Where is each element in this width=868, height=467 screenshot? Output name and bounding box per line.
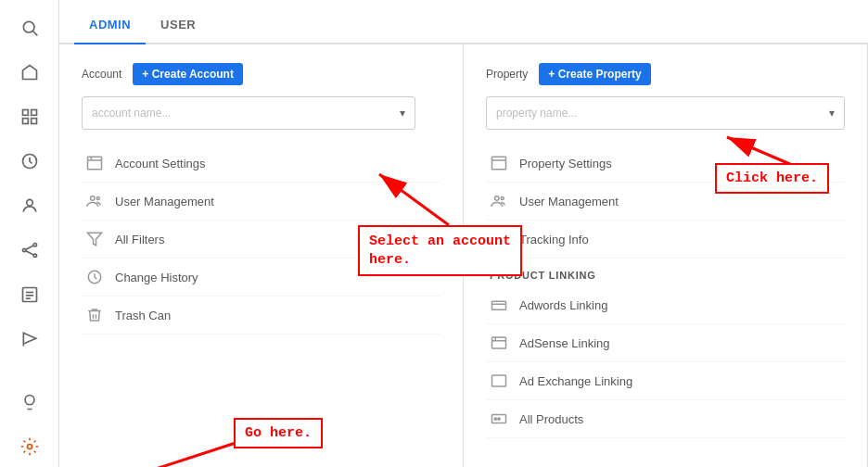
property-settings-label: Property Settings [519,157,612,170]
svg-point-9 [33,244,36,246]
trash-icon [85,306,104,324]
adwords-linking-item[interactable]: Adwords Linking [486,286,845,324]
svg-point-7 [26,199,32,206]
account-panel: Account + Create Account account name...… [59,44,464,467]
property-panel: Property + Create Property property name… [464,44,868,467]
user-management-right-icon [490,192,508,210]
adexchange-icon [490,372,508,390]
svg-point-22 [96,197,99,200]
trash-can-item[interactable]: Trash Can [82,297,440,334]
tabs-bar: ADMIN USER [59,0,868,44]
svg-rect-5 [31,119,36,124]
property-dropdown[interactable]: property name... ▾ [486,96,845,130]
svg-rect-34 [492,375,506,386]
svg-line-11 [25,246,32,249]
svg-point-37 [498,418,500,420]
flag-icon[interactable] [9,319,50,360]
svg-rect-25 [492,157,506,170]
svg-point-8 [22,248,25,251]
svg-point-36 [494,418,496,420]
change-history-item[interactable]: Change History [82,259,440,297]
adsense-icon [490,334,508,352]
sidebar [0,0,59,467]
account-settings-item[interactable]: Account Settings [82,145,440,183]
property-settings-item[interactable]: Property Settings [486,145,845,183]
svg-point-21 [91,196,96,201]
account-panel-title: Account [82,68,121,81]
report-icon[interactable] [9,274,50,315]
product-linking-header: PRODUCT LINKING [486,259,845,286]
svg-marker-23 [88,233,102,246]
js-icon: .js [490,230,508,248]
tab-admin[interactable]: ADMIN [74,6,146,44]
trash-can-label: Trash Can [115,309,171,322]
svg-rect-29 [492,301,506,309]
filter-icon [85,230,104,248]
account-settings-icon [85,154,104,172]
all-products-icon [490,410,508,428]
search-icon[interactable] [9,7,50,48]
user-management-left-icon [85,192,104,210]
adsense-linking-label: AdSense Linking [519,336,610,350]
svg-line-12 [25,251,32,255]
share-icon[interactable] [9,230,50,271]
tab-user[interactable]: USER [146,6,211,44]
create-property-button[interactable]: + Create Property [539,63,650,85]
panels-wrapper: Account + Create Account account name...… [59,44,868,467]
tracking-info-item[interactable]: .js Tracking Info [486,221,845,259]
dashboard-icon[interactable] [9,96,50,137]
gear-icon[interactable] [9,426,50,467]
dropdown-arrow-icon: ▾ [400,107,405,120]
adwords-linking-label: Adwords Linking [519,298,607,312]
svg-rect-31 [492,337,506,348]
svg-point-10 [33,254,36,257]
home-icon[interactable] [9,52,50,93]
property-settings-icon [490,154,508,172]
adexchange-linking-label: Ad Exchange Linking [519,374,632,388]
adexchange-linking-item[interactable]: Ad Exchange Linking [486,362,845,400]
user-management-left-label: User Management [115,195,214,208]
user-management-left-item[interactable]: User Management [82,183,440,221]
all-products-label: All Products [519,412,583,426]
property-panel-header: Property + Create Property [486,63,845,85]
history-icon [85,268,104,286]
tracking-info-label: Tracking Info [519,233,589,246]
account-panel-header: Account + Create Account [82,63,440,85]
svg-rect-3 [31,110,36,116]
svg-line-1 [32,32,37,36]
property-panel-title: Property [486,68,528,81]
all-products-item[interactable]: All Products [486,400,845,438]
svg-point-27 [495,196,500,201]
account-dropdown[interactable]: account name... ▾ [82,96,415,130]
svg-point-0 [23,21,34,32]
all-filters-item[interactable]: All Filters [82,221,440,259]
change-history-label: Change History [115,271,198,284]
property-dropdown-arrow-icon: ▾ [829,107,835,120]
main-area: ADMIN USER Account + Create Account acco… [59,0,868,467]
all-filters-label: All Filters [115,233,164,246]
user-management-right-item[interactable]: User Management [486,183,845,221]
svg-rect-2 [22,110,28,116]
property-dropdown-text: property name... [496,107,829,120]
svg-point-17 [27,445,32,449]
svg-rect-18 [88,157,102,170]
adwords-icon [490,296,508,314]
account-dropdown-text: account name... [92,107,400,120]
account-settings-label: Account Settings [115,157,206,170]
adsense-linking-item[interactable]: AdSense Linking [486,324,845,362]
lightbulb-icon[interactable] [9,382,50,423]
person-icon[interactable] [9,185,50,226]
user-management-right-label: User Management [519,195,619,208]
content-area: Account + Create Account account name...… [59,44,868,467]
create-account-button[interactable]: + Create Account [133,63,243,85]
svg-rect-4 [22,119,28,124]
clock-icon[interactable] [9,141,50,182]
svg-point-28 [501,197,504,200]
